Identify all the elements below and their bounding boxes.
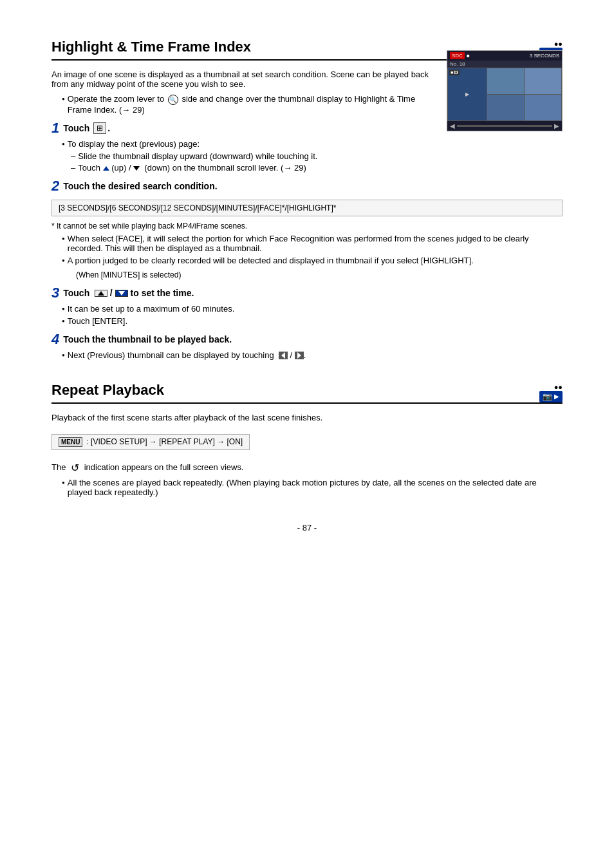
section2-intro: Playback of the first scene starts after… [51,413,563,422]
repeat-bullet1-text: All the scenes are played back repeatedl… [68,478,563,497]
step3-bullet1-text: It can be set up to a maximum of 60 minu… [68,304,234,314]
prev-btn[interactable]: ◀ [450,122,455,129]
next-btn[interactable]: ▶ [554,122,559,129]
step1-sub1-text: Slide the thumbnail display upward (down… [78,151,317,161]
step2-row: 2 Touch the desired search condition. [51,178,563,194]
highlight-bullet: A portion judged to be clearly recorded … [62,256,563,265]
step2-text: Touch the desired search condition. [63,181,217,191]
section2-badge: ●● 📷 ▶ [539,383,563,402]
step3-num: 3 [51,285,59,301]
thumb-4 [525,95,561,120]
step1-sub1: Slide the thumbnail display upward (down… [71,151,563,161]
section-highlight: ●● 📷 ▶ Highlight & Time Frame Index SDC … [51,39,563,363]
step3-bullet1: It can be set up to a maximum of 60 minu… [62,304,563,314]
page-number: - 87 - [51,523,563,533]
operate-label: Operate the zoom lever to [68,94,164,104]
face-bullet-text: When select [FACE], it will select the p… [68,234,563,253]
grid-icon: ⊞ [93,122,106,134]
step3-text: Touch / to set the time. [63,288,194,298]
step3-bullet2-text: Touch [ENTER]. [68,316,127,326]
indication-suffix: indication appears on the full screen vi… [84,462,244,472]
footnote-asterisk: * It cannot be set while playing back MP… [51,222,563,231]
step1-sub2: Touch (up) / (down) on the thumbnail scr… [71,163,563,173]
step1-bullet1: To display the next (previous) page: [62,139,563,149]
step1-row: 1 Touch ⊞ . [51,120,438,137]
highlight-bullet-text: A portion judged to be clearly recorded … [68,256,474,265]
zoom-icon: 🔍 [168,95,178,105]
operate-bullet: Operate the zoom lever to 🔍 side and cha… [62,94,438,115]
menu-instruction: MENU : [VIDEO SETUP] → [REPEAT PLAY] → [… [51,434,250,450]
step4-bullet1: Next (Previous) thumbnail can be display… [62,350,563,360]
step4-row: 4 Touch the thumbnail to be played back. [51,331,563,348]
thumb-3 [487,95,524,120]
play-triangle-icon2: ▶ [554,393,559,400]
main-thumb: ▶ ■ 🖼 [448,68,487,120]
repeat-bullet1: All the scenes are played back repeatedl… [62,478,563,497]
thumb-1 [487,68,524,94]
indication-text: The ↺ indication appears on the full scr… [51,462,563,474]
step1-bullet1-text: To display the next (previous) page: [68,139,200,149]
thumb-2 [525,68,561,94]
menu-instruction-container: MENU : [VIDEO SETUP] → [REPEAT PLAY] → [… [51,429,563,455]
step4-text: Touch the thumbnail to be played back. [63,334,232,344]
step3-prefix: (When [MINUTES] is selected) [76,270,563,279]
step4-num: 4 [51,331,59,348]
step3-container: (When [MINUTES] is selected) 3 Touch / t… [51,270,563,301]
step3-row: 3 Touch / to set the time. [51,285,563,301]
step1-sub2-text: Touch (up) / (down) on the thumbnail scr… [78,163,306,173]
section-repeat: ●● 📷 ▶ Repeat Playback Playback of the f… [51,382,563,497]
face-bullet: When select [FACE], it will select the p… [62,234,563,253]
step2-num: 2 [51,178,59,194]
step1-num: 1 [51,120,59,137]
section2-title: Repeat Playback [51,382,563,404]
step1-text: Touch [63,123,89,133]
menu-text: : [VIDEO SETUP] → [REPEAT PLAY] → [ON] [86,437,243,446]
step3-bullet2: Touch [ENTER]. [62,316,563,326]
thumbnail-preview: SDC ■ 3 SECONDS No. 18 ▶ ■ 🖼 ◀ [447,50,563,131]
step3-suffix: to set the time. [131,288,194,298]
search-options: [3 SECONDS]/[6 SECONDS]/[12 SECONDS]/[MI… [51,200,563,216]
menu-label: MENU [59,437,82,447]
camera-film-icon2: 📷 [543,392,552,401]
repeat-symbol: ↺ [71,462,79,473]
indication-prefix: The [51,462,66,472]
step4-bullet1-text: Next (Previous) thumbnail can be display… [68,350,306,360]
